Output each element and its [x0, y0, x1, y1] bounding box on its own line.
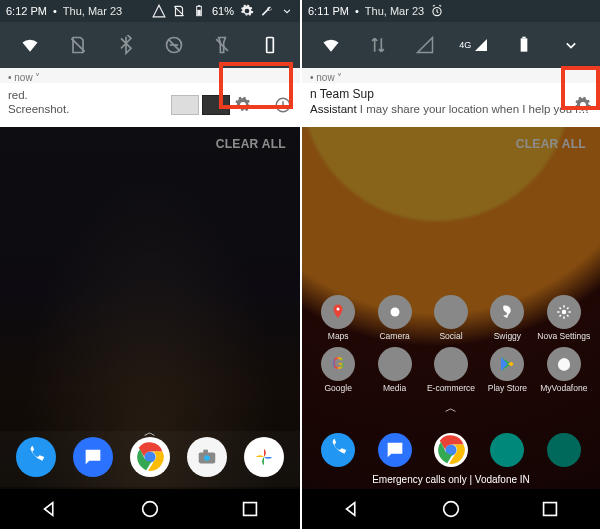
dock-messages[interactable] [73, 437, 113, 477]
battery-tile[interactable] [512, 33, 536, 57]
sim-tile[interactable] [66, 33, 90, 57]
wifi-tile[interactable] [18, 33, 42, 57]
quick-settings [0, 22, 300, 68]
nav-back[interactable] [39, 498, 61, 520]
no-sim-icon [172, 4, 186, 18]
svg-point-16 [337, 308, 340, 311]
svg-rect-22 [544, 503, 557, 516]
nav-home[interactable] [440, 498, 462, 520]
phone-left: 6:12 PM • Thu, Mar 23 61% • now ˅ red. S [0, 0, 300, 529]
app-play-store[interactable] [490, 347, 524, 381]
rotation-tile[interactable] [258, 33, 282, 57]
expand-icon[interactable] [280, 4, 294, 18]
dock-chrome[interactable] [434, 433, 468, 467]
dnd-tile[interactable] [162, 33, 186, 57]
notification-area: • now ˅ red. Screenshot. [0, 68, 300, 127]
status-time: 6:12 PM [6, 5, 47, 17]
nav-recents[interactable] [239, 498, 261, 520]
svg-rect-12 [244, 503, 257, 516]
signal-icon [152, 4, 166, 18]
notification-area: • now ˅ n Team Sup Assistant I may share… [302, 68, 600, 127]
navigation-bar [302, 489, 600, 529]
app-social-folder[interactable] [434, 295, 468, 329]
dock [0, 431, 300, 487]
notification-meta: • now ˅ [302, 68, 600, 83]
status-bar: 6:11 PM • Thu, Mar 23 [302, 0, 600, 22]
app-grid: Maps Camera Social Swiggy Nova Settings … [302, 295, 600, 399]
quick-settings: 4G [302, 22, 600, 68]
data-tile[interactable] [366, 33, 390, 57]
svg-point-21 [444, 502, 459, 517]
dock-app4[interactable] [490, 433, 524, 467]
gear-icon[interactable] [240, 4, 254, 18]
notification-body: Assistant I may share your location when… [310, 103, 592, 115]
svg-point-18 [562, 310, 567, 315]
network-type: 4G [459, 40, 471, 50]
app-media-folder[interactable] [378, 347, 412, 381]
wrench-icon[interactable] [260, 4, 274, 18]
sim2-signal-tile[interactable]: 4G [459, 33, 489, 57]
status-bar: 6:12 PM • Thu, Mar 23 61% [0, 0, 300, 22]
expand-tile[interactable] [559, 33, 583, 57]
battery-icon [192, 4, 206, 18]
app-myvodafone[interactable] [547, 347, 581, 381]
dock-photos[interactable] [244, 437, 284, 477]
navigation-bar [0, 489, 300, 529]
svg-point-9 [204, 455, 210, 461]
svg-rect-4 [267, 38, 274, 53]
app-google[interactable]: G [321, 347, 355, 381]
notification-settings-button[interactable] [572, 94, 594, 116]
app-drawer-handle[interactable]: ︿ [445, 400, 457, 417]
dock-phone[interactable] [16, 437, 56, 477]
dock-chrome[interactable] [130, 437, 170, 477]
bluetooth-tile[interactable] [114, 33, 138, 57]
notification-title: n Team Sup [310, 87, 592, 101]
nav-recents[interactable] [539, 498, 561, 520]
emergency-text: Emergency calls only | Vodafone IN [302, 474, 600, 485]
status-date: Thu, Mar 23 [63, 5, 122, 17]
svg-rect-10 [203, 450, 208, 454]
dock-phone[interactable] [321, 433, 355, 467]
wifi-tile[interactable] [319, 33, 343, 57]
dock [302, 427, 600, 471]
wallpaper: CLEAR ALL ︿ [0, 127, 300, 529]
dock-messages[interactable] [378, 433, 412, 467]
notification-settings-button[interactable] [232, 94, 254, 116]
app-nova-settings[interactable] [547, 295, 581, 329]
nav-home[interactable] [139, 498, 161, 520]
app-camera[interactable] [378, 295, 412, 329]
svg-rect-1 [198, 5, 200, 6]
notification-thumbnails [171, 95, 230, 115]
app-maps[interactable] [321, 295, 355, 329]
sim1-signal-tile[interactable] [413, 33, 437, 57]
notification-snooze-button[interactable] [272, 94, 294, 116]
dock-app5[interactable] [547, 433, 581, 467]
flashlight-tile[interactable] [210, 33, 234, 57]
dock-camera[interactable] [187, 437, 227, 477]
battery-pct: 61% [212, 5, 234, 17]
alarm-icon [430, 4, 444, 18]
phone-right: 6:11 PM • Thu, Mar 23 4G • now ˅ n Team … [300, 0, 600, 529]
notification-card[interactable]: red. Screenshot. [0, 83, 300, 127]
app-swiggy[interactable] [490, 295, 524, 329]
svg-rect-15 [522, 37, 525, 39]
svg-rect-14 [521, 38, 528, 51]
svg-rect-2 [197, 10, 201, 15]
wallpaper: CLEAR ALL Maps Camera Social Swiggy Nova… [302, 127, 600, 529]
svg-point-11 [143, 502, 158, 517]
status-time: 6:11 PM [308, 5, 349, 17]
notification-card[interactable]: n Team Sup Assistant I may share your lo… [302, 83, 600, 127]
status-date: Thu, Mar 23 [365, 5, 424, 17]
notification-meta: • now ˅ [0, 68, 300, 83]
svg-point-17 [390, 308, 399, 317]
nav-back[interactable] [341, 498, 363, 520]
app-ecommerce-folder[interactable] [434, 347, 468, 381]
